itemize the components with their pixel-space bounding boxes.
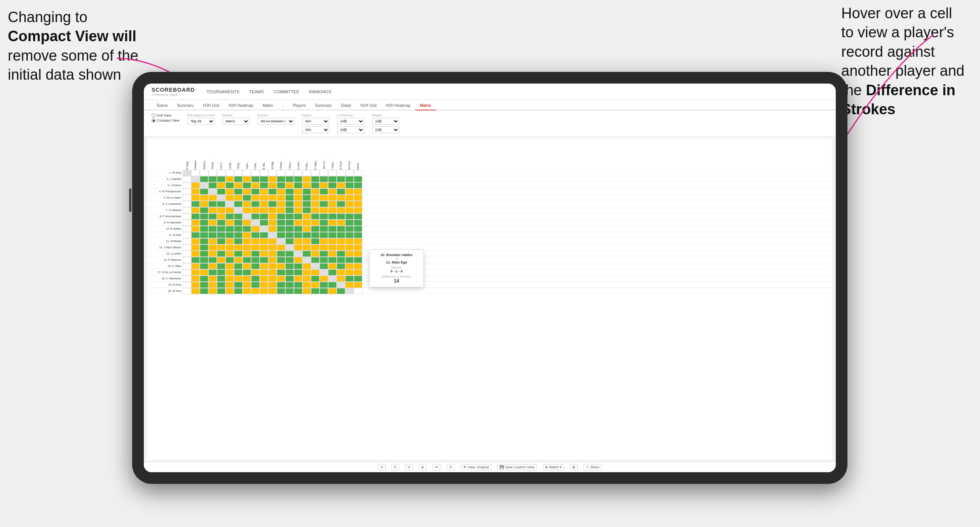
grid-cell[interactable] bbox=[200, 226, 208, 232]
grid-cell[interactable] bbox=[243, 188, 251, 195]
grid-cell[interactable] bbox=[345, 182, 354, 188]
grid-cell[interactable] bbox=[234, 195, 243, 201]
grid-cell[interactable] bbox=[268, 201, 277, 207]
grid-cell[interactable] bbox=[320, 195, 328, 201]
grid-cell[interactable] bbox=[285, 207, 294, 213]
grid-cell[interactable] bbox=[320, 232, 328, 238]
redo-button[interactable]: ⟳ bbox=[391, 464, 399, 470]
grid-cell[interactable] bbox=[277, 263, 285, 269]
tab-h2h-grid2[interactable]: H2H Grid bbox=[356, 101, 381, 110]
grid-cell[interactable] bbox=[208, 176, 217, 182]
grid-cell[interactable] bbox=[251, 201, 260, 207]
grid-cell[interactable] bbox=[260, 251, 268, 257]
grid-cell[interactable] bbox=[217, 276, 225, 282]
grid-cell[interactable] bbox=[183, 251, 191, 257]
grid-cell[interactable] bbox=[191, 288, 200, 294]
grid-cell[interactable] bbox=[268, 188, 277, 195]
grid-cell[interactable] bbox=[302, 276, 311, 282]
grid-cell[interactable] bbox=[225, 188, 234, 195]
grid-cell[interactable] bbox=[285, 176, 294, 182]
grid-cell[interactable] bbox=[260, 195, 268, 201]
full-view-option[interactable]: Full View bbox=[152, 113, 180, 117]
grid-cell[interactable] bbox=[183, 170, 191, 176]
grid-cell[interactable] bbox=[294, 226, 302, 232]
grid-cell[interactable] bbox=[208, 188, 217, 195]
grid-cell[interactable] bbox=[225, 238, 234, 244]
grid-cell[interactable] bbox=[251, 251, 260, 257]
grid-cell[interactable] bbox=[200, 201, 208, 207]
grid-cell[interactable] bbox=[345, 220, 354, 226]
grid-cell[interactable] bbox=[302, 226, 311, 232]
tab-summary[interactable]: Summary bbox=[172, 101, 198, 110]
grid-cell[interactable] bbox=[200, 220, 208, 226]
grid-cell[interactable] bbox=[311, 263, 320, 269]
grid-cell[interactable] bbox=[302, 182, 311, 188]
filter-select-players[interactable]: (All) bbox=[372, 118, 399, 125]
grid-cell[interactable] bbox=[225, 226, 234, 232]
grid-cell[interactable] bbox=[243, 201, 251, 207]
grid-cell[interactable] bbox=[345, 170, 354, 176]
grid-cell[interactable] bbox=[200, 276, 208, 282]
grid-cell[interactable] bbox=[294, 220, 302, 226]
grid-cell[interactable] bbox=[354, 276, 362, 282]
grid-cell[interactable] bbox=[337, 263, 345, 269]
grid-cell[interactable] bbox=[337, 257, 345, 263]
compact-view-option[interactable]: Compact View bbox=[152, 119, 180, 122]
filter-select-conference[interactable]: (All) bbox=[337, 118, 364, 125]
grid-cell[interactable] bbox=[320, 182, 328, 188]
grid-cell[interactable] bbox=[277, 251, 285, 257]
grid-cell[interactable] bbox=[183, 220, 191, 226]
grid-cell[interactable] bbox=[320, 220, 328, 226]
grid-cell[interactable] bbox=[217, 188, 225, 195]
grid-cell[interactable] bbox=[243, 220, 251, 226]
filter-select-players2[interactable]: (All) bbox=[372, 126, 399, 133]
grid-cell[interactable] bbox=[225, 195, 234, 201]
grid-cell[interactable] bbox=[285, 220, 294, 226]
grid-cell[interactable] bbox=[191, 207, 200, 213]
grid-cell[interactable] bbox=[217, 170, 225, 176]
grid-cell[interactable] bbox=[251, 244, 260, 251]
grid-cell[interactable] bbox=[354, 213, 362, 220]
grid-cell[interactable] bbox=[328, 195, 337, 201]
grid-cell[interactable] bbox=[311, 188, 320, 195]
grid-cell[interactable] bbox=[260, 282, 268, 288]
grid-cell[interactable] bbox=[234, 251, 243, 257]
compact-view-radio[interactable] bbox=[152, 119, 155, 122]
grid-cell[interactable] bbox=[183, 201, 191, 207]
grid-cell[interactable] bbox=[294, 176, 302, 182]
grid-cell[interactable] bbox=[234, 257, 243, 263]
grid-cell[interactable] bbox=[354, 282, 362, 288]
grid-cell[interactable] bbox=[328, 269, 337, 276]
filter-select-gender[interactable]: Men's bbox=[222, 118, 250, 125]
grid-cell[interactable] bbox=[208, 269, 217, 276]
filter-select-division[interactable]: NCAA Division I bbox=[257, 118, 294, 125]
grid-cell[interactable] bbox=[285, 226, 294, 232]
full-view-radio[interactable] bbox=[152, 113, 155, 117]
grid-cell[interactable] bbox=[234, 201, 243, 207]
grid-cell[interactable] bbox=[311, 195, 320, 201]
grid-cell[interactable] bbox=[354, 170, 362, 176]
grid-cell[interactable] bbox=[234, 182, 243, 188]
grid-cell[interactable] bbox=[200, 232, 208, 238]
grid-cell[interactable] bbox=[345, 257, 354, 263]
grid-cell[interactable] bbox=[285, 263, 294, 269]
grid-cell[interactable] bbox=[243, 207, 251, 213]
grid-cell[interactable] bbox=[320, 251, 328, 257]
grid-cell[interactable] bbox=[208, 276, 217, 282]
grid-cell[interactable] bbox=[243, 195, 251, 201]
grid-cell[interactable] bbox=[345, 195, 354, 201]
grid-cell[interactable] bbox=[345, 213, 354, 220]
grid-cell[interactable] bbox=[200, 207, 208, 213]
grid-cell[interactable] bbox=[200, 257, 208, 263]
grid-cell[interactable] bbox=[260, 257, 268, 263]
grid-cell[interactable] bbox=[217, 263, 225, 269]
grid-cell[interactable] bbox=[251, 232, 260, 238]
grid-cell[interactable] bbox=[268, 269, 277, 276]
grid-cell[interactable] bbox=[311, 207, 320, 213]
grid-cell[interactable] bbox=[234, 213, 243, 220]
grid-cell[interactable] bbox=[328, 288, 337, 294]
grid-cell[interactable] bbox=[311, 201, 320, 207]
grid-cell[interactable] bbox=[268, 176, 277, 182]
grid-cell[interactable] bbox=[217, 288, 225, 294]
grid-cell[interactable] bbox=[191, 182, 200, 188]
